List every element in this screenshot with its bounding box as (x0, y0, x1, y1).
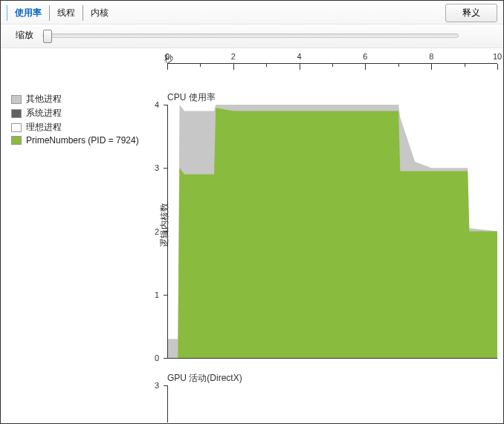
toolbar: 使用率 线程 内核 释义 (1, 1, 503, 25)
tab-cores[interactable]: 内核 (83, 5, 116, 21)
chart-area: 秒 0246810 CPU 使用率 逻辑内核数 01234 GPU 活动(Dir… (163, 47, 503, 423)
zoom-slider-thumb[interactable] (43, 30, 52, 43)
tabs: 使用率 线程 内核 (7, 5, 445, 21)
swatch-other (11, 95, 22, 104)
zoom-label: 缩放 (16, 29, 33, 42)
legend-process-label: PrimeNumbers (PID = 7924) (26, 135, 139, 146)
swatch-system (11, 109, 22, 118)
legend: 其他进程 系统进程 理想进程 PrimeNumbers (PID = 7924) (1, 47, 163, 423)
cpu-plot: 01234 (167, 105, 497, 359)
gpu-ytick-label: 3 (155, 381, 159, 390)
legend-system: 系统进程 (11, 107, 163, 120)
legend-process: PrimeNumbers (PID = 7924) (11, 135, 163, 146)
gpu-ytick (164, 385, 168, 386)
tab-utilization[interactable]: 使用率 (7, 5, 50, 21)
cpu-chart: CPU 使用率 逻辑内核数 01234 (163, 91, 497, 359)
swatch-ideal (11, 123, 22, 132)
tab-threads[interactable]: 线程 (50, 5, 83, 21)
help-button[interactable]: 释义 (445, 4, 497, 22)
swatch-process (11, 136, 22, 145)
gpu-plot: 3 (167, 385, 497, 423)
time-ruler: 0246810 (167, 63, 497, 72)
gpu-chart-title: GPU 活动(DirectX) (167, 372, 242, 385)
gpu-chart: GPU 活动(DirectX) 3 (163, 372, 497, 424)
legend-other: 其他进程 (11, 93, 163, 105)
legend-ideal: 理想进程 (11, 121, 163, 134)
cpu-chart-title: CPU 使用率 (167, 91, 216, 104)
legend-system-label: 系统进程 (26, 107, 62, 120)
cpu-plot-svg (168, 105, 497, 358)
zoom-row: 缩放 (1, 25, 503, 48)
zoom-slider[interactable] (42, 33, 459, 38)
legend-other-label: 其他进程 (26, 93, 62, 105)
legend-ideal-label: 理想进程 (26, 121, 62, 134)
